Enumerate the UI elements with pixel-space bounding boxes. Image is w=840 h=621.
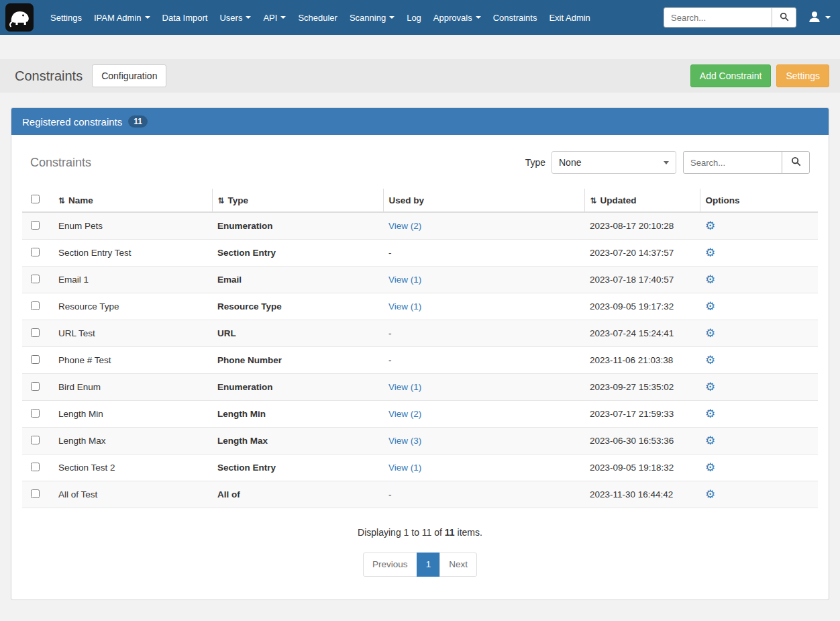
chevron-down-icon: [825, 16, 831, 19]
row-checkbox[interactable]: [31, 275, 40, 283]
column-header-type[interactable]: ⇅Type: [212, 189, 383, 212]
used-by-link[interactable]: View (3): [388, 436, 421, 446]
gear-icon[interactable]: ⚙: [705, 408, 715, 420]
row-checkbox[interactable]: [31, 436, 40, 444]
cell-options: ⚙: [700, 401, 818, 428]
nav-item-data-import[interactable]: Data Import: [156, 0, 214, 35]
table-row: Email 1EmailView (1)2023-07-18 17:40:57⚙: [22, 267, 818, 293]
chevron-down-icon: [476, 16, 481, 19]
gear-icon[interactable]: ⚙: [705, 354, 715, 367]
chevron-down-icon: [246, 16, 251, 19]
column-header-name[interactable]: ⇅Name: [53, 189, 212, 212]
column-header-used-by: Used by: [383, 189, 584, 212]
table-search-button[interactable]: [782, 151, 810, 174]
nav-item-log[interactable]: Log: [401, 0, 427, 35]
gear-icon[interactable]: ⚙: [705, 246, 715, 259]
global-search-button[interactable]: [772, 7, 796, 28]
chevron-down-icon: [389, 16, 395, 19]
table-row: Section Test 2Section EntryView (1)2023-…: [22, 455, 818, 481]
cell-updated: 2023-08-17 20:10:28: [584, 212, 700, 240]
cell-updated: 2023-09-27 15:35:02: [584, 374, 700, 401]
used-by-link[interactable]: View (1): [388, 382, 421, 392]
cell-type: Phone Number: [212, 347, 383, 374]
constraints-table: ⇅Name⇅TypeUsed by⇅UpdatedOptions Enum Pe…: [22, 189, 818, 508]
nav-item-approvals[interactable]: Approvals: [427, 0, 487, 35]
user-icon: [808, 10, 821, 26]
used-by-link[interactable]: View (1): [388, 275, 421, 285]
summary-count: 11: [445, 527, 455, 538]
settings-button[interactable]: Settings: [776, 64, 829, 87]
table-row: Bird EnumEnumerationView (1)2023-09-27 1…: [22, 374, 818, 401]
nav-item-exit-admin[interactable]: Exit Admin: [543, 0, 596, 35]
row-checkbox[interactable]: [31, 355, 40, 364]
gear-icon[interactable]: ⚙: [705, 461, 715, 474]
next-page-button[interactable]: Next: [439, 553, 477, 577]
row-checkbox[interactable]: [31, 301, 40, 310]
cell-name: Resource Type: [53, 293, 212, 320]
type-filter-label: Type: [525, 157, 545, 168]
table-search-input[interactable]: [683, 151, 782, 174]
used-by-link[interactable]: View (2): [388, 221, 421, 231]
gear-icon[interactable]: ⚙: [705, 488, 715, 501]
add-constraint-button[interactable]: Add Constraint: [690, 64, 772, 87]
nav-item-constraints[interactable]: Constraints: [487, 0, 543, 35]
cell-options: ⚙: [700, 428, 818, 455]
nav-item-scheduler[interactable]: Scheduler: [292, 0, 344, 35]
results-summary: Displaying 1 to 11 of 11 items.: [22, 527, 818, 538]
panel-title: Registered constraints: [22, 116, 122, 128]
chevron-down-icon: [280, 16, 286, 19]
constraints-table-body: Enum PetsEnumerationView (2)2023-08-17 2…: [22, 212, 818, 508]
cell-used-by: View (1): [383, 455, 584, 481]
nav-item-api[interactable]: API: [257, 0, 292, 35]
page-1-button[interactable]: 1: [417, 553, 441, 577]
row-checkbox[interactable]: [31, 463, 40, 471]
cell-updated: 2023-07-20 14:37:57: [584, 240, 700, 267]
table-row: Length MaxLength MaxView (3)2023-06-30 1…: [22, 428, 818, 455]
registered-constraints-panel: Registered constraints 11 Constraints Ty…: [11, 107, 829, 600]
row-checkbox[interactable]: [31, 221, 40, 230]
top-navbar: SettingsIPAM AdminData ImportUsersAPISch…: [0, 0, 840, 35]
chevron-down-icon: [145, 16, 150, 19]
gear-icon[interactable]: ⚙: [705, 381, 715, 393]
summary-suffix: items.: [455, 527, 482, 538]
row-checkbox[interactable]: [31, 248, 40, 256]
cell-name: Section Entry Test: [53, 240, 212, 267]
gear-icon[interactable]: ⚙: [705, 300, 715, 313]
select-all-checkbox[interactable]: [31, 195, 40, 203]
nav-item-scanning[interactable]: Scanning: [344, 0, 401, 35]
gear-icon[interactable]: ⚙: [705, 327, 715, 340]
row-checkbox[interactable]: [31, 382, 40, 391]
nav-item-ipam-admin[interactable]: IPAM Admin: [88, 0, 156, 35]
cell-type: Email: [212, 267, 383, 293]
nav-item-settings[interactable]: Settings: [44, 0, 88, 35]
global-search-input[interactable]: [664, 7, 772, 28]
gear-icon[interactable]: ⚙: [705, 273, 715, 286]
nav-item-users[interactable]: Users: [213, 0, 257, 35]
table-row: URL TestURL-2023-07-24 15:24:41⚙: [22, 320, 818, 347]
used-by-link[interactable]: View (2): [388, 409, 421, 419]
user-menu[interactable]: [806, 7, 832, 28]
app-logo[interactable]: [5, 3, 34, 32]
table-toolbar: Constraints Type None: [22, 146, 818, 189]
row-checkbox[interactable]: [31, 489, 40, 498]
cell-type: Resource Type: [212, 293, 383, 320]
previous-page-button[interactable]: Previous: [363, 553, 417, 577]
type-filter-select[interactable]: None: [552, 151, 676, 174]
configuration-button[interactable]: Configuration: [92, 64, 166, 87]
row-checkbox[interactable]: [31, 409, 40, 418]
column-header-updated[interactable]: ⇅Updated: [584, 189, 700, 212]
cell-used-by: View (1): [383, 293, 584, 320]
search-icon: [780, 12, 789, 23]
cell-type: URL: [212, 320, 383, 347]
gear-icon[interactable]: ⚙: [705, 220, 715, 232]
table-row: Enum PetsEnumerationView (2)2023-08-17 2…: [22, 212, 818, 240]
gear-icon[interactable]: ⚙: [705, 434, 715, 447]
cell-used-by: -: [383, 240, 584, 267]
pagination: Previous 1 Next: [22, 553, 818, 577]
cell-options: ⚙: [700, 347, 818, 374]
count-badge: 11: [128, 115, 148, 128]
used-by-link[interactable]: View (1): [388, 463, 421, 473]
used-by-link[interactable]: View (1): [388, 301, 421, 312]
row-checkbox[interactable]: [31, 328, 40, 337]
cell-options: ⚙: [700, 240, 818, 267]
